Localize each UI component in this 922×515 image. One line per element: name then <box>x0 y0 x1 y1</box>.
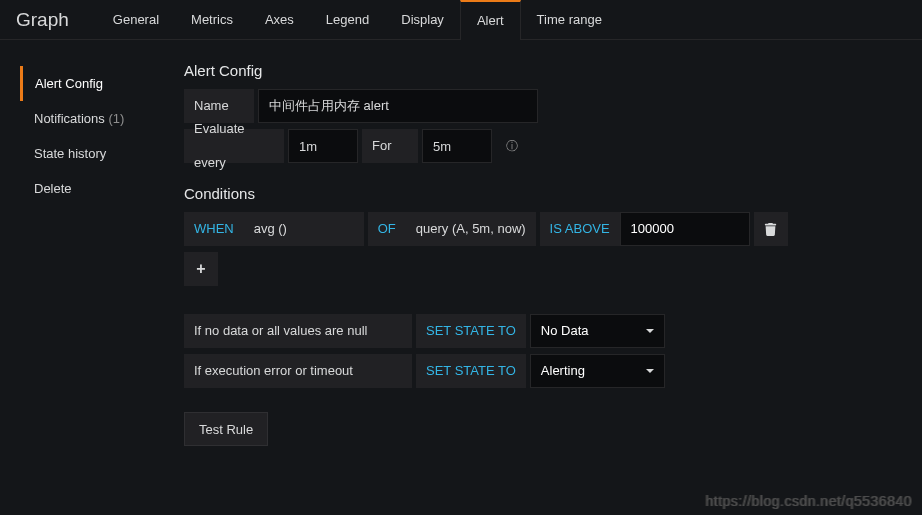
evaluate-every-input[interactable] <box>288 129 358 163</box>
threshold-input[interactable]: 100000 <box>620 212 750 246</box>
of-label: OF <box>368 212 406 246</box>
no-data-value: No Data <box>541 315 589 347</box>
condition-query: OF query (A, 5m, now) <box>368 212 536 246</box>
for-label: For <box>362 129 418 163</box>
sidebar-item-notifications[interactable]: Notifications (1) <box>20 101 160 136</box>
exec-error-value: Alerting <box>541 355 585 387</box>
alert-name-input[interactable] <box>258 89 538 123</box>
alert-sidebar: Alert Config Notifications (1) State his… <box>20 58 160 446</box>
tab-general[interactable]: General <box>97 0 175 40</box>
condition-reducer: WHEN avg () <box>184 212 364 246</box>
no-data-select[interactable]: No Data <box>530 314 665 348</box>
panel-title: Graph <box>16 9 69 31</box>
alert-main: Alert Config Name Evaluate every For ⓘ C… <box>160 58 912 446</box>
evaluate-row: Evaluate every For ⓘ <box>184 129 912 163</box>
exec-error-row: If execution error or timeout SET STATE … <box>184 354 912 388</box>
sidebar-item-label: State history <box>34 146 106 161</box>
aggregator-select[interactable]: avg () <box>244 212 364 246</box>
sidebar-item-label: Notifications <box>34 111 105 126</box>
tab-axes[interactable]: Axes <box>249 0 310 40</box>
when-label: WHEN <box>184 212 244 246</box>
evaluator-label[interactable]: IS ABOVE <box>540 212 620 246</box>
exec-error-label: If execution error or timeout <box>184 354 412 388</box>
no-data-row: If no data or all values are null SET ST… <box>184 314 912 348</box>
query-select[interactable]: query (A, 5m, now) <box>406 212 536 246</box>
trash-icon <box>764 223 777 236</box>
add-condition-button[interactable]: + <box>184 252 218 286</box>
panel-tabs: Graph General Metrics Axes Legend Displa… <box>0 0 922 40</box>
alert-name-row: Name <box>184 89 912 123</box>
watermark: https://blog.csdn.net/q5536840 <box>706 493 912 509</box>
sidebar-item-label: Alert Config <box>35 76 103 91</box>
no-data-label: If no data or all values are null <box>184 314 412 348</box>
sidebar-item-alert-config[interactable]: Alert Config <box>20 66 160 101</box>
tab-alert[interactable]: Alert <box>460 0 521 40</box>
exec-error-action: SET STATE TO <box>416 354 526 388</box>
sidebar-item-delete[interactable]: Delete <box>20 171 160 206</box>
caret-down-icon <box>646 329 654 333</box>
alert-config-heading: Alert Config <box>184 62 912 79</box>
exec-error-select[interactable]: Alerting <box>530 354 665 388</box>
tab-legend[interactable]: Legend <box>310 0 385 40</box>
condition-evaluator: IS ABOVE 100000 <box>540 212 750 246</box>
caret-down-icon <box>646 369 654 373</box>
delete-condition-button[interactable] <box>754 212 788 246</box>
for-input[interactable] <box>422 129 492 163</box>
tab-metrics[interactable]: Metrics <box>175 0 249 40</box>
test-rule-button[interactable]: Test Rule <box>184 412 268 446</box>
tab-display[interactable]: Display <box>385 0 460 40</box>
sidebar-item-state-history[interactable]: State history <box>20 136 160 171</box>
info-icon[interactable]: ⓘ <box>502 138 522 155</box>
sidebar-item-label: Delete <box>34 181 72 196</box>
conditions-heading: Conditions <box>184 185 912 202</box>
content: Alert Config Notifications (1) State his… <box>0 40 922 446</box>
condition-row: WHEN avg () OF query (A, 5m, now) IS ABO… <box>184 212 912 246</box>
sidebar-item-count: (1) <box>108 111 124 126</box>
evaluate-every-label: Evaluate every <box>184 129 284 163</box>
tab-time-range[interactable]: Time range <box>521 0 618 40</box>
no-data-action: SET STATE TO <box>416 314 526 348</box>
